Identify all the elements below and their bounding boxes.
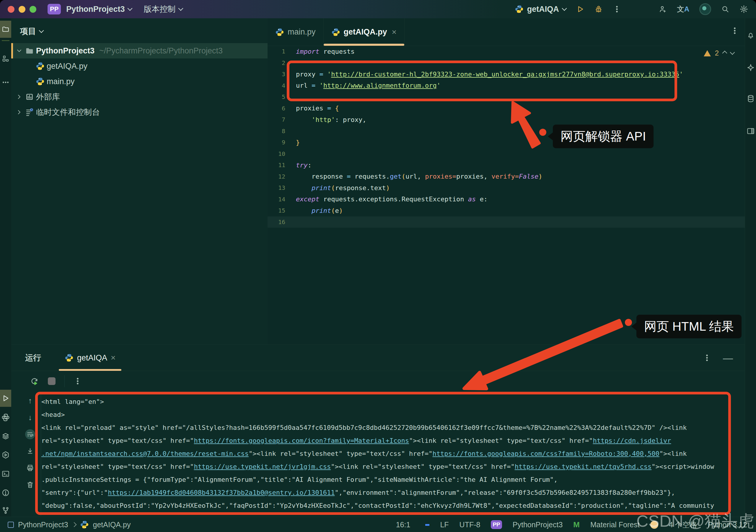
close-window-button[interactable]: [8, 6, 14, 13]
breadcrumb-project[interactable]: PythonProject3: [18, 520, 68, 529]
tree-item[interactable]: 临时文件和控制台: [11, 104, 268, 120]
editor-tab-main.py[interactable]: main.py: [268, 18, 324, 46]
code-line[interactable]: 8: [268, 125, 745, 137]
window-icon: [8, 522, 14, 528]
tree-item-label: 外部库: [36, 92, 60, 102]
run-button[interactable]: [576, 5, 584, 13]
tab-options-button[interactable]: [731, 27, 739, 35]
google-icon[interactable]: [421, 520, 429, 529]
pycharm-window: PP PythonProject3 版本控制 getAIQA 文A: [0, 0, 756, 532]
tree-item[interactable]: getAIQA.py: [11, 59, 268, 74]
ai-assistant-tool-button[interactable]: [746, 63, 756, 73]
code-line[interactable]: 9}: [268, 137, 745, 148]
down-stacktrace-button[interactable]: ↓: [25, 412, 35, 422]
chevron-right-icon[interactable]: [15, 109, 24, 116]
stop-button[interactable]: [48, 377, 56, 385]
tree-item[interactable]: main.py: [11, 74, 268, 89]
zoom-window-button[interactable]: [30, 6, 36, 13]
version-control-tool-button[interactable]: [1, 505, 11, 516]
tree-item[interactable]: 外部库: [11, 89, 268, 104]
editor-tab-getAIQA.py[interactable]: getAIQA.py×: [324, 18, 405, 46]
run-config-selector[interactable]: getAIQA: [515, 5, 566, 14]
line-ending[interactable]: LF: [440, 520, 448, 529]
line-number[interactable]: 8: [268, 127, 293, 135]
line-number[interactable]: 15: [268, 207, 293, 214]
left-tool-stripe: [0, 18, 12, 517]
translate-icon[interactable]: 文A: [677, 4, 689, 14]
chevron-down-icon[interactable]: [15, 47, 24, 54]
rerun-button[interactable]: [30, 377, 39, 386]
file-encoding[interactable]: UTF-8: [460, 520, 480, 529]
vcs-menu[interactable]: 版本控制: [144, 4, 182, 14]
debug-button[interactable]: [594, 5, 603, 13]
line-number[interactable]: 6: [268, 105, 293, 112]
code-line[interactable]: 7 'http': proxy,: [268, 114, 745, 125]
scroll-to-end-button[interactable]: [25, 446, 35, 456]
up-stacktrace-button[interactable]: ↑: [25, 396, 35, 406]
project-selector[interactable]: PythonProject3: [66, 5, 132, 14]
project-tool-button[interactable]: [0, 21, 11, 38]
line-number[interactable]: 11: [268, 162, 293, 169]
breadcrumb-file[interactable]: getAIQA.py: [93, 520, 131, 529]
project-panel: 项目 PythonProject3~/PycharmProjects/Pytho…: [11, 18, 268, 345]
notifications-button[interactable]: [746, 30, 756, 40]
tree-item[interactable]: PythonProject3~/PycharmProjects/PythonPr…: [11, 43, 268, 59]
line-number[interactable]: 13: [268, 184, 293, 191]
status-project[interactable]: PythonProject3: [513, 520, 563, 529]
run-tab[interactable]: getAIQA ×: [59, 345, 122, 371]
python-packages-tool-button[interactable]: [1, 412, 11, 422]
avatar[interactable]: [699, 3, 711, 15]
more-tools-button[interactable]: [1, 77, 11, 87]
run-config-label: getAIQA: [527, 5, 559, 14]
layout-panel-button[interactable]: [746, 126, 756, 136]
minimize-window-button[interactable]: [19, 6, 25, 13]
code-line[interactable]: 12 response = requests.get(url, proxies=…: [268, 171, 745, 182]
line-number[interactable]: 9: [268, 139, 293, 146]
more-run-options-button[interactable]: [613, 5, 621, 13]
terminal-tool-button[interactable]: [1, 469, 11, 479]
code-line[interactable]: 11try:: [268, 159, 745, 171]
code-line[interactable]: 13 print(response.text): [268, 182, 745, 194]
search-everywhere-button[interactable]: [721, 5, 729, 13]
caret-position[interactable]: 16:1: [396, 520, 411, 529]
hide-panel-button[interactable]: —: [723, 352, 733, 364]
database-tool-button[interactable]: [746, 93, 756, 104]
code-line[interactable]: 10: [268, 148, 745, 160]
services-tool-button[interactable]: [1, 431, 11, 441]
line-number[interactable]: 14: [268, 196, 293, 203]
chevron-right-icon[interactable]: [15, 93, 24, 100]
line-number[interactable]: 10: [268, 150, 293, 157]
code-line[interactable]: 15 print(e): [268, 205, 745, 216]
code-with-me-button[interactable]: [659, 5, 667, 13]
structure-tool-button[interactable]: [1, 54, 11, 64]
folder-icon: [24, 46, 36, 55]
code-line[interactable]: 1import requests: [268, 46, 745, 57]
right-tool-stripe: [745, 18, 756, 517]
problems-tool-button[interactable]: [1, 488, 11, 498]
clear-console-button[interactable]: [25, 480, 35, 490]
code-line[interactable]: 6proxies = {: [268, 103, 745, 114]
soft-wrap-button[interactable]: [25, 429, 35, 439]
python-console-tool-button[interactable]: [1, 450, 11, 460]
line-number[interactable]: 12: [268, 173, 293, 180]
close-icon[interactable]: ×: [111, 353, 116, 362]
close-icon[interactable]: ×: [392, 27, 397, 37]
line-number[interactable]: 1: [268, 48, 293, 55]
run-panel-options-button[interactable]: [703, 354, 711, 362]
code-line[interactable]: 16: [268, 216, 745, 228]
watermark: CSDN @猫头虎: [636, 510, 754, 532]
console-options-button[interactable]: [73, 377, 82, 385]
theme-name[interactable]: Material Forest: [590, 520, 640, 529]
settings-button[interactable]: [740, 5, 748, 13]
line-number[interactable]: 7: [268, 116, 293, 123]
code-line[interactable]: 14except requests.exceptions.RequestExce…: [268, 194, 745, 205]
run-tool-button[interactable]: [0, 390, 11, 407]
code-text: print(e): [296, 207, 343, 214]
run-panel-title: 运行: [25, 353, 41, 363]
project-panel-header[interactable]: 项目: [11, 18, 268, 42]
project-panel-title: 项目: [20, 26, 36, 37]
tree-item-label: 临时文件和控制台: [36, 107, 100, 118]
libraries-icon: [24, 93, 36, 101]
line-number[interactable]: 16: [268, 219, 293, 226]
print-button[interactable]: [25, 463, 35, 473]
